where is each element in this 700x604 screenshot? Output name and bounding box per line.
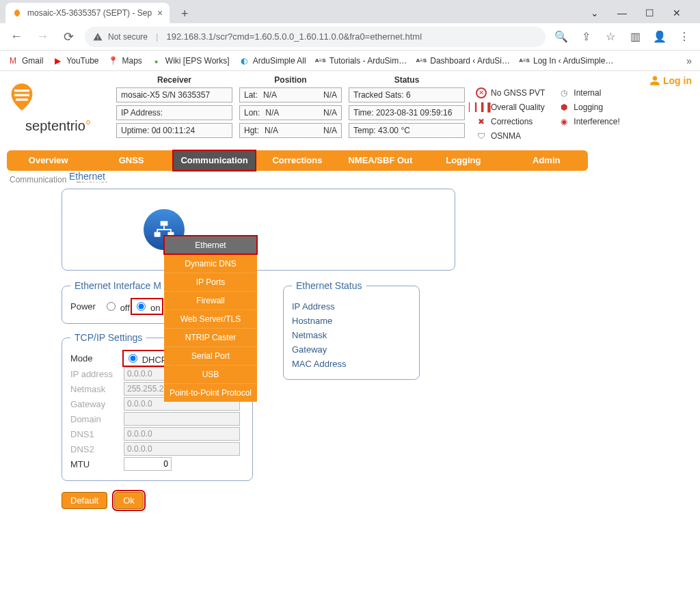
forward-button[interactable]: →: [33, 27, 52, 46]
domain-row: Domain: [70, 412, 244, 426]
mode-dhcp-option[interactable]: DHCP: [125, 355, 167, 365]
mode-label: Mode: [70, 353, 124, 363]
interference-icon: ◉: [558, 116, 569, 127]
browser-tab[interactable]: mosaic-X5-3635357 (SEPT) - Sep ×: [5, 3, 170, 23]
dd-serial[interactable]: Serial Port: [164, 346, 257, 365]
bookmark-gmail[interactable]: MGmail: [8, 56, 43, 66]
bookmark-dashboard[interactable]: A≡SDashboard ‹ ArduSi…: [416, 56, 510, 66]
eth-interface-legend: Ethernet Interface M: [70, 280, 165, 291]
status-time: Time: 2023-08-31 09:59:16: [349, 105, 465, 120]
address-bar[interactable]: Not secure | 192.168.3.1/scr?cmd=1.60.5.…: [85, 27, 546, 47]
nav-overview[interactable]: Overview: [7, 150, 90, 171]
nav-nmea-sbf[interactable]: NMEA/SBF Out: [339, 150, 422, 171]
dd-usb[interactable]: USB: [164, 365, 257, 383]
ind-overall-quality: ▏▎▍▌Overall Quality: [476, 102, 545, 113]
browser-chrome: mosaic-X5-3635357 (SEPT) - Sep × + ⌄ — ☐…: [0, 0, 700, 71]
communication-dropdown: Ethernet Dynamic DNS IP Ports Firewall W…: [164, 236, 257, 402]
dd-firewall[interactable]: Firewall: [164, 291, 257, 310]
browser-toolbar: ← → ⟳ Not secure | 192.168.3.1/scr?cmd=1…: [0, 23, 700, 51]
bookmarks-overflow-icon[interactable]: »: [686, 55, 692, 66]
share-icon[interactable]: ⇪: [577, 28, 595, 46]
corrections-icon: ✖: [476, 116, 487, 127]
svg-rect-4: [154, 232, 161, 237]
bookmark-wiki[interactable]: ⬥Wiki [EPS Works]: [152, 56, 230, 66]
extensions-icon[interactable]: ▥: [626, 28, 644, 46]
nav-logging[interactable]: Logging: [422, 150, 504, 171]
tab-close-icon[interactable]: ×: [157, 8, 163, 18]
bookmark-tutorials[interactable]: A≡STutorials - ArduSim…: [316, 56, 407, 66]
receiver-title: Receiver: [116, 75, 232, 85]
menu-icon[interactable]: ⋮: [675, 28, 693, 46]
zoom-icon[interactable]: 🔍: [552, 28, 570, 46]
clock-icon: ◷: [558, 87, 569, 98]
status-temp: Temp: 43.00 °C: [349, 123, 465, 138]
action-buttons: Default Ok: [62, 492, 267, 509]
dd-web-server[interactable]: Web Server/TLS: [164, 310, 257, 328]
page-content: Log in septentrio° Receiver mosaic-X5 S/…: [0, 71, 700, 523]
ok-button[interactable]: Ok: [114, 492, 144, 509]
dd-p2p[interactable]: Point-to-Point Protocol: [164, 383, 257, 402]
logo-text: septentrio°: [7, 118, 109, 134]
position-lat: Lat:N/AN/A: [239, 87, 342, 102]
bookmark-youtube[interactable]: ▶YouTube: [53, 56, 98, 66]
dd-ethernet[interactable]: Ethernet: [164, 236, 257, 254]
database-icon: ⬢: [558, 102, 569, 113]
not-secure-icon: [93, 32, 103, 42]
status-title: Status: [349, 75, 465, 85]
status-gateway: Gateway: [292, 342, 411, 357]
ind-corrections: ✖Corrections: [476, 116, 545, 127]
power-on-option[interactable]: on: [133, 303, 160, 313]
power-off-option[interactable]: off: [103, 300, 130, 313]
position-col: Position Lat:N/AN/A Lon:N/AN/A Hgt:N/AN/…: [239, 75, 342, 145]
page-header: septentrio° Receiver mosaic-X5 S/N 36353…: [7, 75, 693, 145]
mtu-input[interactable]: [124, 457, 172, 471]
receiver-ip: IP Address:: [116, 105, 232, 120]
status-sats: Tracked Sats: 6: [349, 87, 465, 102]
dd-ntrip[interactable]: NTRIP Caster: [164, 328, 257, 346]
dns1-input[interactable]: [124, 427, 240, 441]
main-nav: Overview GNSS Communication Corrections …: [7, 150, 588, 171]
domain-input[interactable]: [124, 412, 240, 426]
position-lon: Lon:N/AN/A: [239, 105, 342, 120]
ind-logging: ⬢Logging: [558, 102, 619, 113]
signal-icon: ▏▎▍▌: [476, 102, 487, 113]
dns2-input[interactable]: [124, 442, 240, 456]
nav-corrections[interactable]: Corrections: [256, 150, 338, 171]
maximize-icon[interactable]: ☐: [641, 5, 658, 21]
chevron-down-icon[interactable]: ⌄: [587, 5, 603, 21]
window-buttons: ⌄ — ☐ ✕: [587, 3, 695, 23]
status-netmask: Netmask: [292, 328, 411, 342]
bookmark-star-icon[interactable]: ☆: [602, 28, 619, 46]
default-button[interactable]: Default: [62, 492, 107, 509]
svg-rect-1: [14, 94, 29, 96]
new-tab-button[interactable]: +: [175, 4, 194, 23]
minimize-icon[interactable]: —: [614, 5, 630, 21]
logo-icon: [7, 82, 37, 112]
back-button[interactable]: ←: [7, 27, 26, 46]
ind-interference: ◉Interference!: [558, 116, 619, 127]
dd-dynamic-dns[interactable]: Dynamic DNS: [164, 254, 257, 273]
not-secure-label: Not secure: [108, 32, 148, 42]
ethernet-status-legend: Ethernet Status: [292, 280, 366, 291]
dd-ip-ports[interactable]: IP Ports: [164, 273, 257, 291]
close-window-icon[interactable]: ✕: [669, 5, 685, 21]
bookmark-login[interactable]: A≡SLog In ‹ ArduSimple…: [520, 56, 613, 66]
profile-icon[interactable]: 👤: [651, 28, 669, 46]
svg-rect-3: [161, 221, 168, 225]
nav-communication[interactable]: Communication: [173, 150, 256, 171]
login-link[interactable]: Log in: [649, 75, 692, 86]
reload-button[interactable]: ⟳: [59, 27, 78, 46]
tcpip-legend: TCP/IP Settings: [70, 332, 146, 343]
tab-title: mosaic-X5-3635357 (SEPT) - Sep: [27, 8, 152, 18]
nav-admin[interactable]: Admin: [505, 150, 588, 171]
dns1-row: DNS1: [70, 427, 244, 441]
bookmark-ardusimple-all[interactable]: ◐ArduSimple All: [239, 56, 306, 66]
mtu-row: MTU: [70, 457, 244, 471]
cross-circle-icon: ✕: [476, 87, 487, 98]
bookmark-maps[interactable]: 📍Maps: [109, 56, 142, 66]
receiver-col: Receiver mosaic-X5 S/N 3635357 IP Addres…: [116, 75, 232, 145]
status-ip: IP Address: [292, 299, 411, 314]
bookmarks-bar: MGmail ▶YouTube 📍Maps ⬥Wiki [EPS Works] …: [0, 51, 700, 71]
nav-gnss[interactable]: GNSS: [90, 150, 172, 171]
position-title: Position: [239, 75, 342, 85]
